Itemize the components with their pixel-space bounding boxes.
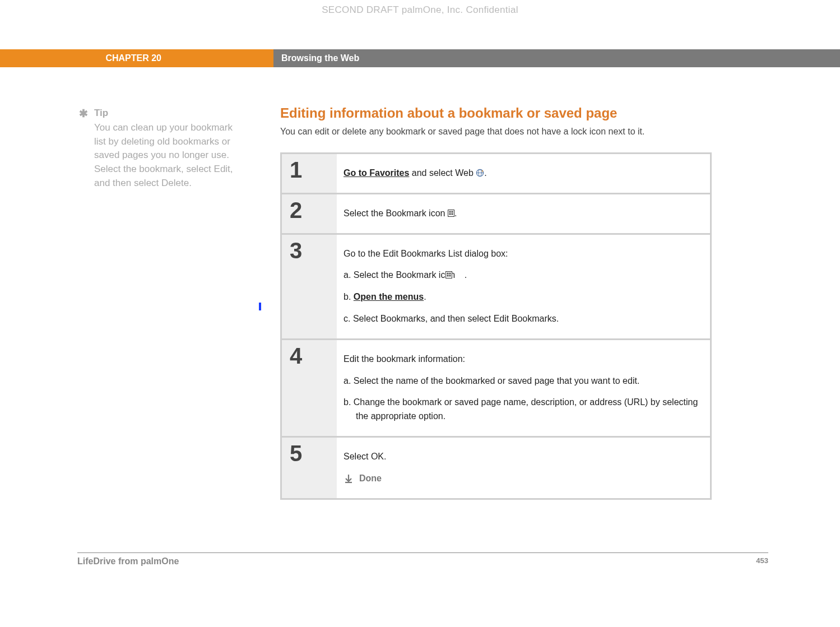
substep-a-post: . <box>465 270 467 280</box>
step-body: Select the Bookmark icon . <box>337 194 710 233</box>
svg-rect-9 <box>447 273 448 275</box>
step-body: Go to the Edit Bookmarks List dialog box… <box>337 235 710 338</box>
tip-heading: ✱ Tip <box>78 108 235 119</box>
bookmark-icon <box>448 207 454 215</box>
step-number: 4 <box>282 340 337 436</box>
done-row: Done <box>344 472 699 486</box>
footer-product: LifeDrive from palmOne <box>77 556 179 566</box>
bookmark-icon <box>458 269 465 276</box>
svg-rect-5 <box>451 211 453 212</box>
step-number: 1 <box>282 154 337 193</box>
tip-sidebar: ✱ Tip You can clean up your bookmark lis… <box>78 108 235 190</box>
step-text: Select the Bookmark icon <box>344 208 448 218</box>
substep-a-pre: a. Select the Bookmark icon <box>344 270 458 280</box>
svg-rect-11 <box>447 275 448 277</box>
section-intro: You can edit or delete any bookmark or s… <box>280 127 712 137</box>
step-lead: Edit the bookmark information: <box>344 352 699 366</box>
main-content: Editing information about a bookmark or … <box>280 105 712 500</box>
change-mark-icon <box>259 303 261 310</box>
svg-rect-3 <box>448 210 454 216</box>
step-text: Select OK. <box>344 450 699 464</box>
substep-c: c. Select Bookmarks, and then select Edi… <box>344 312 699 326</box>
svg-rect-12 <box>449 275 451 277</box>
step-body: Select OK. Done <box>337 438 710 498</box>
tip-label: Tip <box>94 108 108 119</box>
step-number: 5 <box>282 438 337 498</box>
done-label: Done <box>359 472 382 486</box>
web-icon <box>476 168 484 176</box>
step-body: Go to Favorites and select Web . <box>337 154 710 193</box>
substep-b-pre: b. <box>344 292 354 301</box>
svg-rect-10 <box>449 273 451 275</box>
step-lead: Go to the Edit Bookmarks List dialog box… <box>344 247 699 261</box>
confidential-header: SECOND DRAFT palmOne, Inc. Confidential <box>0 4 840 16</box>
step-row: 4 Edit the bookmark information: a. Sele… <box>282 340 710 436</box>
substep-b-post: . <box>424 292 426 301</box>
section-title: Editing information about a bookmark or … <box>280 105 712 121</box>
step-number: 2 <box>282 194 337 233</box>
favorites-link[interactable]: Go to Favorites <box>344 168 409 178</box>
tip-body: You can clean up your bookmark list by d… <box>78 121 235 190</box>
asterisk-icon: ✱ <box>78 108 89 119</box>
svg-rect-7 <box>451 213 453 215</box>
svg-rect-6 <box>449 213 451 215</box>
footer-page-number: 453 <box>756 556 768 566</box>
open-menus-link[interactable]: Open the menus <box>354 292 424 301</box>
chapter-number: CHAPTER 20 <box>0 49 273 67</box>
substep-b: b. Change the bookmark or saved page nam… <box>344 396 699 424</box>
svg-rect-4 <box>449 211 451 212</box>
chapter-header: CHAPTER 20 Browsing the Web <box>0 49 840 67</box>
steps-container: 1 Go to Favorites and select Web . 2 Sel… <box>280 152 712 500</box>
svg-rect-8 <box>445 272 452 278</box>
step-period: . <box>454 208 457 218</box>
step-row: 2 Select the Bookmark icon . <box>282 194 710 233</box>
substep-a: a. Select the name of the bookmarked or … <box>344 374 699 388</box>
step-row: 1 Go to Favorites and select Web . <box>282 154 710 193</box>
step-number: 3 <box>282 235 337 338</box>
chapter-title: Browsing the Web <box>273 49 840 67</box>
step-body: Edit the bookmark information: a. Select… <box>337 340 710 436</box>
step-row: 5 Select OK. Done <box>282 438 710 498</box>
done-arrow-icon <box>344 473 354 484</box>
step-period: . <box>484 168 486 178</box>
page-footer: LifeDrive from palmOne 453 <box>77 552 768 566</box>
step-text: and select Web <box>409 168 476 178</box>
step-row: 3 Go to the Edit Bookmarks List dialog b… <box>282 235 710 338</box>
